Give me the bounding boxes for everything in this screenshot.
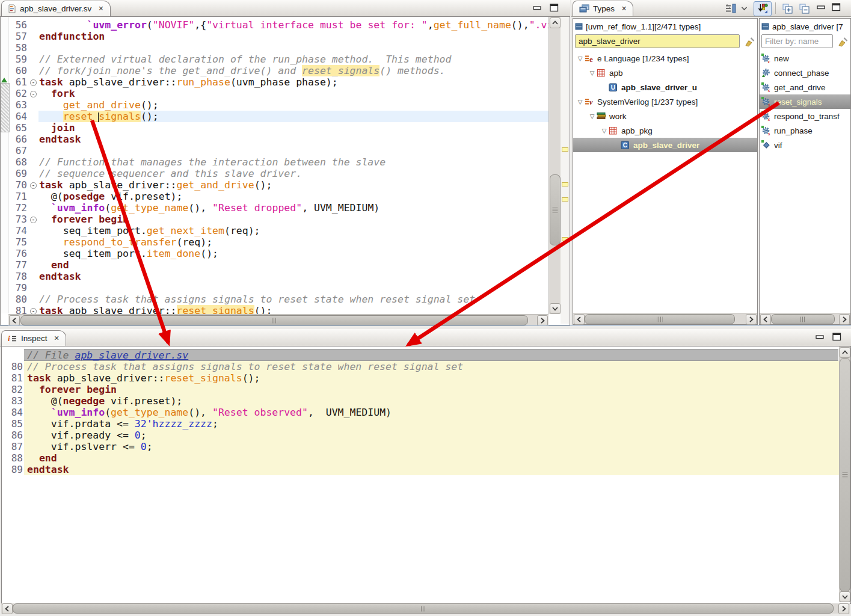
editor-code-area[interactable]: 5657585960616263646566676869707172737475… [0, 16, 570, 325]
member-item-reset-signals[interactable]: sreset_signals [760, 94, 850, 109]
maximize-icon[interactable] [832, 3, 841, 11]
scrollbar-thumb[interactable] [13, 603, 834, 614]
svg-text:s: s [767, 131, 770, 136]
scroll-right-icon[interactable] [838, 603, 849, 614]
inspect-horizontal-scrollbar[interactable] [1, 603, 850, 614]
line-number: 67 [16, 145, 27, 156]
close-icon[interactable]: ✕ [98, 5, 103, 13]
scroll-down-icon[interactable] [550, 303, 561, 314]
line-number: 80 [11, 361, 23, 372]
line-number: 80 [16, 294, 27, 305]
link-with-editor-icon[interactable] [754, 1, 772, 16]
line-number: 61 [16, 76, 27, 88]
expand-arrow-icon[interactable]: ▽ [588, 113, 597, 120]
inspect-code-line: @(negedge vif.preset); [24, 395, 841, 407]
line-number: 71 [16, 191, 27, 202]
tree-item-systemverilog-1-237-types[interactable]: ▽vSystemVerilog [1/237 types] [573, 94, 757, 109]
member-item-get-and-drive[interactable]: sget_and_drive [760, 80, 850, 94]
scrollbar-thumb[interactable] [585, 314, 735, 324]
scroll-up-icon[interactable] [550, 17, 561, 28]
expand-arrow-icon[interactable]: ▽ [576, 99, 585, 105]
scrollbar-thumb[interactable] [771, 314, 835, 324]
expand-arrow-icon[interactable]: ▽ [576, 55, 585, 62]
minimize-icon[interactable] [817, 5, 826, 11]
inspect-vertical-scrollbar[interactable] [839, 346, 850, 602]
tree-item-label: SystemVerilog [1/237 types] [597, 97, 698, 106]
sv-file-icon [8, 4, 16, 13]
member-item-vif[interactable]: vif [760, 138, 850, 152]
types-filter-input[interactable] [575, 34, 740, 48]
editor-code-line: task apb_slave_driver::run_phase(uvm_pha… [38, 76, 548, 88]
member-item-new[interactable]: cnew [760, 51, 850, 66]
minimize-icon[interactable] [816, 334, 825, 340]
fold-marker[interactable]: - [30, 79, 37, 86]
maximize-icon[interactable] [550, 4, 559, 12]
scroll-right-icon[interactable] [746, 314, 757, 325]
scrollbar-thumb[interactable] [550, 174, 561, 245]
editor-horizontal-scrollbar[interactable] [8, 314, 548, 325]
types-tree-panel: [uvm_ref_flow_1.1][2/471 types] ▽ee Lang… [573, 18, 758, 325]
scrollbar-thumb[interactable] [20, 315, 528, 325]
file-link[interactable]: apb_slave_driver.sv [75, 350, 188, 361]
fold-marker[interactable]: - [30, 217, 37, 223]
members-horizontal-scrollbar[interactable] [760, 313, 850, 324]
expand-all-icon[interactable] [781, 2, 794, 14]
fold-marker[interactable]: - [30, 182, 37, 189]
inspect-code-line: endtask [24, 464, 841, 475]
tree-item-work[interactable]: ▽work [573, 109, 757, 123]
tree-item-label: apb_slave_driver_u [621, 83, 697, 92]
tree-item-apb-pkg[interactable]: ▽apb_pkg [573, 123, 757, 138]
fold-marker[interactable]: - [30, 91, 37, 97]
expand-arrow-icon[interactable]: ▽ [600, 128, 609, 134]
occurrence-marker[interactable] [562, 182, 568, 186]
minimize-icon[interactable] [533, 5, 542, 11]
scroll-right-icon[interactable] [537, 315, 548, 326]
editor-code-line: endtask [38, 271, 548, 282]
package-icon [597, 69, 607, 78]
tree-item-apb[interactable]: ▽apb [573, 66, 757, 80]
editor-text[interactable]: `uvm_error("NOVIF",{"virtual interface m… [38, 19, 548, 314]
scroll-left-icon[interactable] [9, 315, 20, 326]
phase-task-icon: s [761, 126, 772, 135]
tab-inspect[interactable]: i Inspect ✕ [1, 330, 66, 346]
member-item-respond-to-transf[interactable]: srespond_to_transf [760, 109, 850, 123]
dropdown-chevron-icon[interactable] [740, 5, 748, 11]
scrollbar-thumb[interactable] [840, 358, 850, 592]
constructor-task-icon: c [761, 54, 772, 63]
tree-item-apb-slave-driver-u[interactable]: Uapb_slave_driver_u [573, 80, 757, 94]
scroll-left-icon[interactable] [574, 314, 585, 325]
occurrence-marker[interactable] [562, 237, 568, 241]
clear-filter-icon[interactable] [743, 35, 756, 48]
editor-vertical-scrollbar[interactable] [548, 17, 561, 314]
tree-horizontal-scrollbar[interactable] [573, 313, 757, 324]
overview-ruler[interactable] [561, 17, 569, 324]
sort-options-icon[interactable] [724, 2, 737, 14]
svg-text:U: U [611, 84, 615, 91]
maximize-icon[interactable] [832, 333, 841, 341]
tree-item-apb-slave-driver[interactable]: Capb_slave_driver [573, 138, 757, 152]
scroll-left-icon[interactable] [760, 314, 771, 325]
inspect-code-line: // Process task that assigns signals to … [24, 361, 841, 372]
close-icon[interactable]: ✕ [621, 5, 627, 13]
member-item-run-phase[interactable]: srun_phase [760, 123, 850, 138]
close-icon[interactable]: ✕ [54, 334, 60, 342]
members-filter-input[interactable] [761, 34, 833, 48]
occurrence-marker[interactable] [562, 197, 568, 202]
expand-arrow-icon[interactable]: ▽ [588, 70, 597, 76]
scroll-down-icon[interactable] [840, 591, 850, 602]
tab-apb-slave-driver-sv[interactable]: apb_slave_driver.sv ✕ [1, 1, 111, 16]
scroll-right-icon[interactable] [839, 314, 850, 325]
line-number: 82 [11, 384, 23, 395]
scroll-up-icon[interactable] [840, 347, 850, 358]
collapse-all-icon[interactable] [798, 2, 811, 14]
tree-item-e-language-1-234-types[interactable]: ▽ee Language [1/234 types] [573, 51, 757, 66]
clear-filter-icon[interactable] [836, 35, 849, 48]
scroll-left-icon[interactable] [2, 603, 13, 614]
svg-text:e: e [589, 55, 593, 63]
tab-types[interactable]: Types ✕ [573, 1, 633, 16]
split-sash[interactable] [0, 325, 851, 326]
line-number: 85 [11, 418, 23, 430]
member-item-connect-phase[interactable]: connect_phase [760, 66, 850, 80]
occurrence-marker[interactable] [562, 147, 568, 152]
inspect-tab-bar: i Inspect ✕ [0, 329, 851, 346]
